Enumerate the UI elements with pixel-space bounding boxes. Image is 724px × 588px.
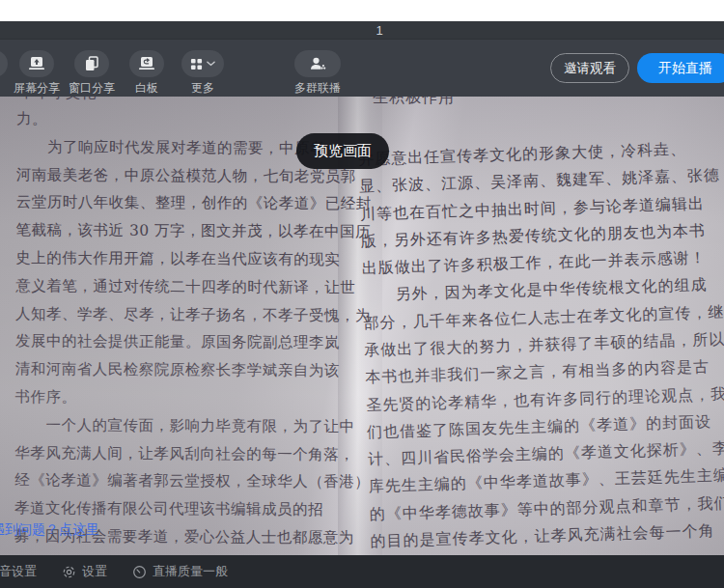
book-text-line: 史上的伟大作用开篇，以孝在当代应该有的现实 [15, 248, 348, 269]
gauge-icon [132, 565, 147, 579]
clipped-toolbar-button[interactable] [0, 50, 8, 77]
book-text-line: 力。 [16, 109, 348, 130]
book-left-page: 力。 为了响应时代发展对孝道的需要，中原孝河南最美老爸，中原公益模范人物，七旬老… [14, 109, 348, 547]
book-text-line: 意义着笔，通过对传统二十四孝的时代新译，让世 [15, 276, 348, 297]
book-text-line: 经《论孝道》编著者郭云堂授权，全球华人（香港） [14, 470, 347, 491]
book-text-line: 部分，几千年来各位仁人志士在孝文化的宣传，继 [363, 303, 710, 333]
book-text-line: 们也借鉴了陈国友先生主编的《孝道》的封面设 [367, 412, 714, 442]
book-text-line: 版，另外还有许多热爱传统文化的朋友也为本书 [361, 221, 709, 251]
chevron-down-icon [207, 61, 215, 67]
book-text-line: 华孝风充满人间，让孝风刮向社会的每一个角落， [14, 443, 347, 464]
book-text-line: 发展中的社会提供正能量。原国务院副总理李岚 [15, 331, 348, 352]
book-text-line: 一个人的宣传面，影响力毕竟有限，为了让中 [14, 415, 347, 436]
book-text-line: 的《中华孝德故事》等中的部分观点和章节，我们 [369, 493, 716, 523]
multi-group-label: 多群联播 [294, 80, 341, 97]
settings-label: 设置 [82, 563, 107, 580]
book-text-line: 并愿意出任宣传孝文化的形象大使，冷科垚、 [358, 139, 706, 169]
book-text-line: 云堂历时八年收集、整理，创作的《论孝道》已经封 [16, 192, 348, 213]
window-share-label: 窗口分享 [69, 80, 115, 97]
more-label: 更多 [191, 80, 214, 97]
live-quality-status[interactable]: 直播质量一般 [132, 563, 228, 580]
start-live-button[interactable]: 开始直播 [637, 53, 724, 83]
book-text-line-clipped: 中华孝文化 [19, 97, 97, 103]
live-broadcast-window: 1 屏幕分享 窗口分享 [0, 0, 724, 588]
live-quality-label: 直播质量一般 [153, 563, 228, 580]
multi-group-icon [294, 50, 341, 77]
book-text-line: 孝道文化传播有限公司代理该书编辑成员的招 [14, 498, 347, 519]
title-bar: 1 [0, 21, 724, 40]
page-indicator: 1 [376, 23, 382, 38]
book-text-line: 人知孝、学孝、尽孝，让孝子扬名，不孝子受愧，为 [15, 304, 348, 325]
audio-settings-label: 声音设置 [0, 563, 37, 580]
book-text-line: 本书也并非我们一家之言，有相当多的内容是古 [365, 357, 712, 387]
audio-settings-button[interactable]: 声音设置 [0, 563, 37, 580]
book-text-line: 书作序。 [15, 387, 348, 408]
book-text-line: 河南最美老爸，中原公益模范人物，七旬老党员郭 [16, 165, 348, 186]
book-text-line: 笔截稿，该书近 30 万字，图文并茂，以孝在中国历 [15, 220, 348, 241]
screen-share-label: 屏幕分享 [14, 80, 60, 97]
book-text-line: 承做出了很大的努力，并获得了丰硕的结晶，所以 [364, 330, 711, 360]
book-text-line: 川等也在百忙之中抽出时间，参与论孝道编辑出 [360, 193, 708, 223]
book-text-line: 库先生主编的《中华孝道故事》、王芸廷先生主编 [369, 466, 716, 496]
book-text-line: 清和河南省人民检察院原检察长李学斌亲自为该 [15, 359, 348, 380]
book-text-line: 的目的是宣传孝文化，让孝风充满社会每一个角 [370, 521, 717, 551]
having-issues-link[interactable]: 遇到问题？点这里 [0, 521, 99, 539]
book-text-line: 另外，因为孝文化是中华传统根文化的组成 [362, 275, 710, 305]
whiteboard-label: 白板 [135, 80, 158, 97]
preview-tooltip: 预览画面 [296, 133, 389, 169]
book-text-line: 计、四川省民俗学会主编的《孝道文化探析》、李宝 [368, 439, 715, 469]
gear-icon [62, 565, 76, 579]
window-share-icon [74, 50, 109, 77]
invite-viewers-button[interactable]: 邀请观看 [550, 53, 629, 83]
shared-screen-preview: 中华孝文化 生积极作用 力。 为了响应时代发展对孝道的需要，中原孝河南最美老爸，… [0, 97, 724, 555]
whiteboard-icon [129, 50, 164, 77]
book-text-line: 出版做出了许多积极工作，在此一并表示感谢！ [361, 248, 709, 278]
settings-button[interactable]: 设置 [62, 563, 107, 580]
bottom-bar: 声音设置 设置 直播质量一般 [0, 555, 724, 588]
book-text-line: 显、张波、江源、吴泽南、魏建军、姚泽嘉、张德 [359, 166, 707, 196]
screen-share-icon [19, 50, 54, 77]
book-right-page: 并愿意出任宣传孝文化的形象大使，冷科垚、显、张波、江源、吴泽南、魏建军、姚泽嘉、… [358, 139, 718, 551]
book-text-line-clipped: 生积极作用 [373, 97, 455, 108]
grid-more-icon [181, 50, 224, 77]
toolbar: 屏幕分享 窗口分享 白板 [0, 40, 724, 97]
book-text-line: 圣先贤的论孝精华，也有许多同行的理论观点，我 [366, 384, 713, 414]
